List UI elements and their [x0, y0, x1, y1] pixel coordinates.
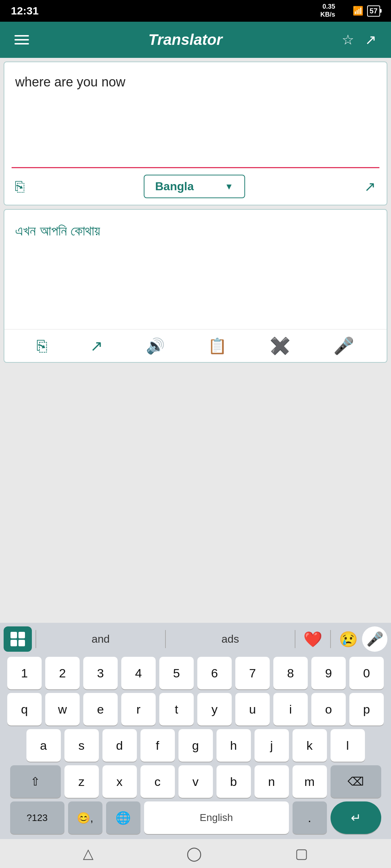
key-v[interactable]: v [178, 765, 213, 798]
star-button[interactable]: ☆ [342, 32, 354, 48]
asdf-row: a s d f g h j k l [2, 729, 389, 762]
key-0[interactable]: 0 [349, 657, 384, 689]
enter-key[interactable]: ↵ [331, 801, 381, 834]
suggestion-word-1[interactable]: and [40, 633, 161, 645]
key-5[interactable]: 5 [159, 657, 194, 689]
output-paste-button[interactable]: 📋 [208, 337, 227, 355]
key-t[interactable]: t [159, 693, 194, 726]
key-p[interactable]: p [349, 693, 384, 726]
key-h[interactable]: h [216, 729, 251, 762]
suggestion-mic-button[interactable]: 🎤 [362, 626, 387, 652]
key-b[interactable]: b [216, 765, 251, 798]
key-n[interactable]: n [255, 765, 289, 798]
globe-key[interactable]: 🌐 [106, 801, 140, 834]
backspace-key[interactable]: ⌫ [331, 765, 381, 798]
key-7[interactable]: 7 [235, 657, 270, 689]
output-share-button[interactable]: ↗ [90, 337, 103, 355]
key-l[interactable]: l [331, 729, 365, 762]
suggestion-divider-3 [295, 630, 295, 648]
dropdown-arrow-icon: ▼ [225, 182, 234, 192]
shift-key[interactable]: ⇧ [10, 765, 61, 798]
key-y[interactable]: y [197, 693, 232, 726]
apps-grid-button[interactable] [4, 626, 32, 652]
bottom-row: ?123 😊, 🌐 English . ↵ [2, 801, 389, 834]
keyboard-container: and ads ❤️ 😢 🎤 1 2 3 4 5 6 7 8 9 0 q w e [0, 623, 391, 868]
key-g[interactable]: g [178, 729, 213, 762]
suggestion-emoji-1[interactable]: ❤️ [299, 630, 327, 648]
suggestions-row: and ads ❤️ 😢 🎤 [0, 623, 391, 655]
key-q[interactable]: q [7, 693, 42, 726]
key-1[interactable]: 1 [7, 657, 42, 689]
output-section: এখন আপনি কোথায় ⎘ ↗ 🔊 📋 ✖️ 🎤 [4, 209, 387, 363]
suggestion-divider-2 [165, 630, 166, 648]
num-sym-key[interactable]: ?123 [10, 801, 64, 834]
key-w[interactable]: w [45, 693, 80, 726]
key-s[interactable]: s [64, 729, 99, 762]
signal-icon-1 [339, 7, 342, 15]
key-e[interactable]: e [83, 693, 118, 726]
dot-key[interactable]: . [293, 801, 327, 834]
key-m[interactable]: m [293, 765, 327, 798]
key-c[interactable]: c [140, 765, 175, 798]
number-row: 1 2 3 4 5 6 7 8 9 0 [2, 657, 389, 689]
mic-icon: 🎤 [366, 631, 383, 647]
key-a[interactable]: a [26, 729, 61, 762]
network-speed: 0.35KB/s [320, 3, 335, 18]
nav-back-button[interactable]: △ [83, 846, 93, 861]
emoji-key[interactable]: 😊, [68, 801, 102, 834]
key-o[interactable]: o [311, 693, 346, 726]
key-j[interactable]: j [255, 729, 289, 762]
input-text[interactable]: where are you now [4, 62, 387, 163]
output-copy-button[interactable]: ⎘ [37, 336, 47, 356]
output-speaker-button[interactable]: 🔊 [146, 337, 165, 355]
key-6[interactable]: 6 [197, 657, 232, 689]
nav-bar: △ ◯ ▢ [0, 839, 391, 868]
key-r[interactable]: r [121, 693, 156, 726]
battery-indicator: 57 [367, 5, 380, 17]
language-select-button[interactable]: Bangla ▼ [144, 175, 245, 198]
qwerty-row: q w e r t y u i o p [2, 693, 389, 726]
key-3[interactable]: 3 [83, 657, 118, 689]
key-9[interactable]: 9 [311, 657, 346, 689]
nav-home-button[interactable]: ◯ [186, 846, 202, 861]
suggestion-emoji-2[interactable]: 😢 [335, 630, 362, 648]
wifi-icon: 📶 [353, 6, 363, 16]
input-share-button[interactable]: ↗ [364, 179, 376, 195]
language-label: Bangla [155, 180, 194, 193]
output-mic-button[interactable]: 🎤 [333, 336, 354, 356]
output-cancel-button[interactable]: ✖️ [270, 336, 290, 356]
suggestion-divider-1 [35, 630, 36, 648]
key-u[interactable]: u [235, 693, 270, 726]
output-toolbar: ⎘ ↗ 🔊 📋 ✖️ 🎤 [4, 329, 387, 362]
suggestion-word-2[interactable]: ads [169, 633, 291, 645]
app-header: Translator ☆ ↗︎ [0, 22, 391, 58]
header-actions: ☆ ↗︎ [342, 32, 377, 48]
menu-button[interactable] [14, 35, 29, 44]
key-4[interactable]: 4 [121, 657, 156, 689]
key-rows: 1 2 3 4 5 6 7 8 9 0 q w e r t y u i o p … [0, 655, 391, 839]
space-key[interactable]: English [144, 801, 289, 834]
key-x[interactable]: x [102, 765, 137, 798]
key-2[interactable]: 2 [45, 657, 80, 689]
share-button[interactable]: ↗︎ [365, 32, 377, 48]
key-i[interactable]: i [273, 693, 308, 726]
status-icons: 0.35KB/s 📶 57 [320, 3, 380, 18]
key-z[interactable]: z [64, 765, 99, 798]
status-bar: 12:31 0.35KB/s 📶 57 [0, 0, 391, 22]
key-d[interactable]: d [102, 729, 137, 762]
input-section: where are you now ⎘ Bangla ▼ ↗ [4, 61, 387, 205]
suggestion-divider-4 [330, 630, 331, 648]
input-copy-button[interactable]: ⎘ [15, 178, 24, 195]
time-display: 12:31 [11, 5, 39, 17]
zxcv-row: ⇧ z x c v b n m ⌫ [2, 765, 389, 798]
key-k[interactable]: k [293, 729, 327, 762]
apps-grid-icon [10, 632, 25, 646]
key-f[interactable]: f [140, 729, 175, 762]
signal-icon-2 [346, 7, 349, 15]
key-8[interactable]: 8 [273, 657, 308, 689]
nav-recents-button[interactable]: ▢ [295, 846, 308, 861]
app-title: Translator [148, 31, 223, 48]
input-toolbar: ⎘ Bangla ▼ ↗ [4, 168, 387, 205]
output-text: এখন আপনি কোথায় [4, 210, 387, 329]
